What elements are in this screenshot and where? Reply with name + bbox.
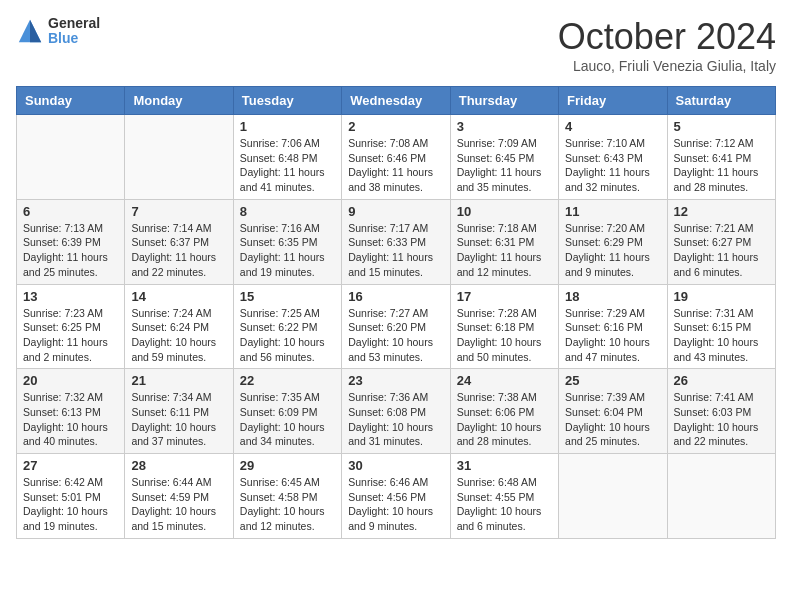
day-cell-25: 25Sunrise: 7:39 AMSunset: 6:04 PMDayligh… <box>559 369 667 454</box>
day-number: 3 <box>457 119 552 134</box>
day-cell-3: 3Sunrise: 7:09 AMSunset: 6:45 PMDaylight… <box>450 115 558 200</box>
day-cell-2: 2Sunrise: 7:08 AMSunset: 6:46 PMDaylight… <box>342 115 450 200</box>
logo-text: General Blue <box>48 16 100 47</box>
col-header-sunday: Sunday <box>17 87 125 115</box>
day-info: Sunrise: 7:08 AMSunset: 6:46 PMDaylight:… <box>348 136 443 195</box>
logo-general-text: General <box>48 16 100 31</box>
day-info: Sunrise: 7:20 AMSunset: 6:29 PMDaylight:… <box>565 221 660 280</box>
day-info: Sunrise: 7:14 AMSunset: 6:37 PMDaylight:… <box>131 221 226 280</box>
calendar-header-row: SundayMondayTuesdayWednesdayThursdayFrid… <box>17 87 776 115</box>
day-info: Sunrise: 7:10 AMSunset: 6:43 PMDaylight:… <box>565 136 660 195</box>
day-cell-7: 7Sunrise: 7:14 AMSunset: 6:37 PMDaylight… <box>125 199 233 284</box>
day-info: Sunrise: 7:16 AMSunset: 6:35 PMDaylight:… <box>240 221 335 280</box>
day-info: Sunrise: 7:25 AMSunset: 6:22 PMDaylight:… <box>240 306 335 365</box>
day-cell-8: 8Sunrise: 7:16 AMSunset: 6:35 PMDaylight… <box>233 199 341 284</box>
day-number: 12 <box>674 204 769 219</box>
day-info: Sunrise: 7:09 AMSunset: 6:45 PMDaylight:… <box>457 136 552 195</box>
day-number: 1 <box>240 119 335 134</box>
col-header-saturday: Saturday <box>667 87 775 115</box>
title-block: October 2024 Lauco, Friuli Venezia Giuli… <box>558 16 776 74</box>
calendar-week-1: 1Sunrise: 7:06 AMSunset: 6:48 PMDaylight… <box>17 115 776 200</box>
month-title: October 2024 <box>558 16 776 58</box>
day-info: Sunrise: 7:23 AMSunset: 6:25 PMDaylight:… <box>23 306 118 365</box>
day-info: Sunrise: 7:41 AMSunset: 6:03 PMDaylight:… <box>674 390 769 449</box>
day-number: 9 <box>348 204 443 219</box>
day-number: 26 <box>674 373 769 388</box>
day-cell-19: 19Sunrise: 7:31 AMSunset: 6:15 PMDayligh… <box>667 284 775 369</box>
calendar-week-5: 27Sunrise: 6:42 AMSunset: 5:01 PMDayligh… <box>17 454 776 539</box>
day-info: Sunrise: 7:36 AMSunset: 6:08 PMDaylight:… <box>348 390 443 449</box>
day-number: 17 <box>457 289 552 304</box>
day-cell-15: 15Sunrise: 7:25 AMSunset: 6:22 PMDayligh… <box>233 284 341 369</box>
day-number: 5 <box>674 119 769 134</box>
day-number: 27 <box>23 458 118 473</box>
empty-cell <box>559 454 667 539</box>
day-cell-9: 9Sunrise: 7:17 AMSunset: 6:33 PMDaylight… <box>342 199 450 284</box>
location-text: Lauco, Friuli Venezia Giulia, Italy <box>558 58 776 74</box>
day-cell-23: 23Sunrise: 7:36 AMSunset: 6:08 PMDayligh… <box>342 369 450 454</box>
day-number: 28 <box>131 458 226 473</box>
day-info: Sunrise: 7:17 AMSunset: 6:33 PMDaylight:… <box>348 221 443 280</box>
day-cell-16: 16Sunrise: 7:27 AMSunset: 6:20 PMDayligh… <box>342 284 450 369</box>
day-info: Sunrise: 6:44 AMSunset: 4:59 PMDaylight:… <box>131 475 226 534</box>
day-number: 31 <box>457 458 552 473</box>
day-cell-30: 30Sunrise: 6:46 AMSunset: 4:56 PMDayligh… <box>342 454 450 539</box>
calendar-table: SundayMondayTuesdayWednesdayThursdayFrid… <box>16 86 776 539</box>
day-info: Sunrise: 6:48 AMSunset: 4:55 PMDaylight:… <box>457 475 552 534</box>
day-number: 18 <box>565 289 660 304</box>
day-info: Sunrise: 7:18 AMSunset: 6:31 PMDaylight:… <box>457 221 552 280</box>
day-cell-12: 12Sunrise: 7:21 AMSunset: 6:27 PMDayligh… <box>667 199 775 284</box>
empty-cell <box>125 115 233 200</box>
day-info: Sunrise: 6:42 AMSunset: 5:01 PMDaylight:… <box>23 475 118 534</box>
day-cell-20: 20Sunrise: 7:32 AMSunset: 6:13 PMDayligh… <box>17 369 125 454</box>
day-number: 29 <box>240 458 335 473</box>
day-info: Sunrise: 7:21 AMSunset: 6:27 PMDaylight:… <box>674 221 769 280</box>
day-info: Sunrise: 7:27 AMSunset: 6:20 PMDaylight:… <box>348 306 443 365</box>
day-cell-17: 17Sunrise: 7:28 AMSunset: 6:18 PMDayligh… <box>450 284 558 369</box>
day-number: 24 <box>457 373 552 388</box>
logo-blue-text: Blue <box>48 31 100 46</box>
day-cell-29: 29Sunrise: 6:45 AMSunset: 4:58 PMDayligh… <box>233 454 341 539</box>
day-number: 22 <box>240 373 335 388</box>
day-cell-27: 27Sunrise: 6:42 AMSunset: 5:01 PMDayligh… <box>17 454 125 539</box>
day-cell-1: 1Sunrise: 7:06 AMSunset: 6:48 PMDaylight… <box>233 115 341 200</box>
calendar-week-4: 20Sunrise: 7:32 AMSunset: 6:13 PMDayligh… <box>17 369 776 454</box>
day-cell-10: 10Sunrise: 7:18 AMSunset: 6:31 PMDayligh… <box>450 199 558 284</box>
day-number: 30 <box>348 458 443 473</box>
day-number: 15 <box>240 289 335 304</box>
day-number: 19 <box>674 289 769 304</box>
day-number: 6 <box>23 204 118 219</box>
day-info: Sunrise: 6:45 AMSunset: 4:58 PMDaylight:… <box>240 475 335 534</box>
col-header-wednesday: Wednesday <box>342 87 450 115</box>
day-cell-13: 13Sunrise: 7:23 AMSunset: 6:25 PMDayligh… <box>17 284 125 369</box>
day-number: 7 <box>131 204 226 219</box>
col-header-friday: Friday <box>559 87 667 115</box>
day-number: 23 <box>348 373 443 388</box>
day-cell-14: 14Sunrise: 7:24 AMSunset: 6:24 PMDayligh… <box>125 284 233 369</box>
day-number: 16 <box>348 289 443 304</box>
day-number: 11 <box>565 204 660 219</box>
day-cell-31: 31Sunrise: 6:48 AMSunset: 4:55 PMDayligh… <box>450 454 558 539</box>
day-cell-22: 22Sunrise: 7:35 AMSunset: 6:09 PMDayligh… <box>233 369 341 454</box>
col-header-thursday: Thursday <box>450 87 558 115</box>
day-number: 10 <box>457 204 552 219</box>
day-info: Sunrise: 7:13 AMSunset: 6:39 PMDaylight:… <box>23 221 118 280</box>
logo: General Blue <box>16 16 100 47</box>
day-number: 25 <box>565 373 660 388</box>
day-cell-26: 26Sunrise: 7:41 AMSunset: 6:03 PMDayligh… <box>667 369 775 454</box>
day-info: Sunrise: 7:32 AMSunset: 6:13 PMDaylight:… <box>23 390 118 449</box>
day-info: Sunrise: 7:28 AMSunset: 6:18 PMDaylight:… <box>457 306 552 365</box>
col-header-tuesday: Tuesday <box>233 87 341 115</box>
day-cell-4: 4Sunrise: 7:10 AMSunset: 6:43 PMDaylight… <box>559 115 667 200</box>
day-number: 13 <box>23 289 118 304</box>
day-number: 8 <box>240 204 335 219</box>
day-info: Sunrise: 7:24 AMSunset: 6:24 PMDaylight:… <box>131 306 226 365</box>
day-cell-6: 6Sunrise: 7:13 AMSunset: 6:39 PMDaylight… <box>17 199 125 284</box>
day-info: Sunrise: 7:38 AMSunset: 6:06 PMDaylight:… <box>457 390 552 449</box>
day-number: 14 <box>131 289 226 304</box>
day-info: Sunrise: 7:34 AMSunset: 6:11 PMDaylight:… <box>131 390 226 449</box>
day-cell-18: 18Sunrise: 7:29 AMSunset: 6:16 PMDayligh… <box>559 284 667 369</box>
calendar-week-3: 13Sunrise: 7:23 AMSunset: 6:25 PMDayligh… <box>17 284 776 369</box>
day-info: Sunrise: 6:46 AMSunset: 4:56 PMDaylight:… <box>348 475 443 534</box>
day-info: Sunrise: 7:29 AMSunset: 6:16 PMDaylight:… <box>565 306 660 365</box>
